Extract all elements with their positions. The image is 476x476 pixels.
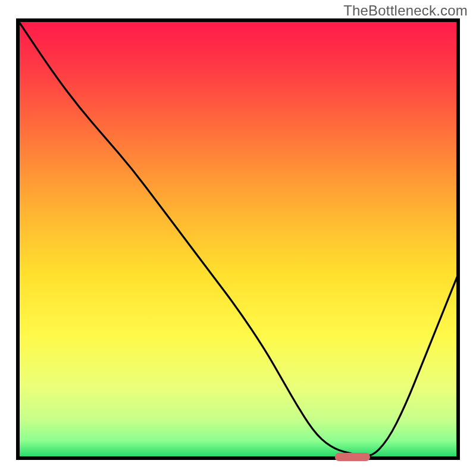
watermark-text: TheBottleneck.com — [343, 2, 468, 19]
plot-background — [18, 20, 458, 458]
chart-frame: TheBottleneck.com — [0, 0, 476, 476]
optimum-marker — [335, 453, 370, 461]
bottleneck-chart — [0, 0, 476, 476]
